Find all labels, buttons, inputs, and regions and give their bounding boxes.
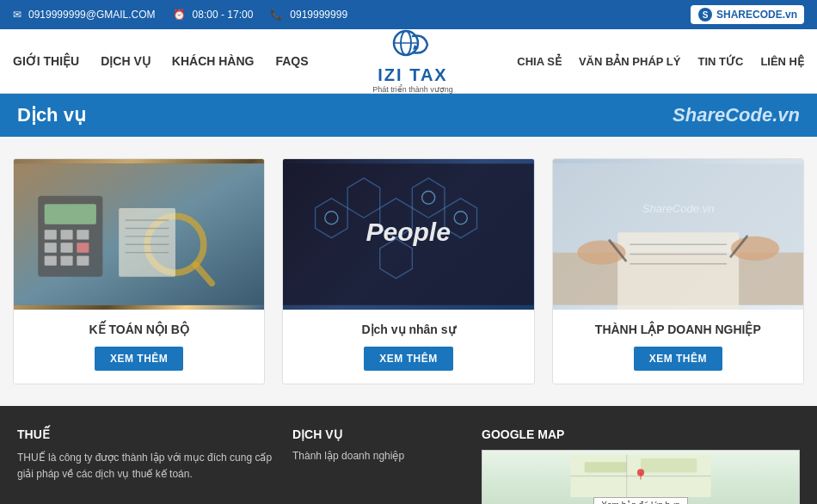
card-nhan-su: People Dịch vụ nhân sự XEM THÊM [282, 158, 534, 384]
card-thanh-lap-image-wrapper: ShareCode.vn [553, 159, 803, 310]
logo-sub: Phát triển thành vượng [372, 85, 453, 94]
cards-section: KẾ TOÁN NỘI BỘ XEM THÊM [0, 137, 817, 406]
page-header: Dịch vụ ShareCode.vn [0, 94, 817, 137]
card-nhan-su-image-wrapper: People [283, 159, 533, 310]
nav-khach-hang[interactable]: KHÁCH HÀNG [172, 54, 255, 68]
card-thanh-lap-image: ShareCode.vn [553, 159, 803, 310]
card-ke-toan-image-wrapper [14, 159, 264, 310]
phone-item: 0919999999 [270, 9, 347, 21]
card-thanh-lap-body: THÀNH LẬP DOANH NGHIỆP XEM THÊM [553, 310, 803, 384]
clock-icon [173, 9, 188, 21]
nav-lien-he[interactable]: LIÊN HỆ [760, 55, 804, 68]
google-map-container: Xem bản đồ lớn hơn [482, 450, 800, 504]
card-ke-toan-title: KẾ TOÁN NỘI BỘ [27, 323, 251, 336]
svg-rect-10 [45, 230, 57, 239]
svg-text:S: S [703, 10, 709, 20]
hours-item: 08:00 - 17:00 [173, 9, 254, 21]
nav-tin-tuc[interactable]: TIN TỨC [697, 55, 743, 68]
card-nhan-su-image: People [283, 159, 533, 310]
svg-rect-9 [45, 204, 96, 224]
svg-rect-16 [45, 255, 57, 265]
svg-rect-50 [585, 462, 627, 472]
phone-text: 0919999999 [290, 9, 347, 21]
card-nhan-su-svg: People [283, 159, 533, 310]
logo: IZI TAX Phát triển thành vượng [309, 29, 518, 94]
card-ke-toan-image [14, 159, 264, 310]
footer-services: DỊCH VỤ Thành lập doanh nghiệp [292, 427, 464, 504]
map-inner: Xem bản đồ lớn hơn [482, 451, 799, 504]
logo-icon [389, 29, 436, 65]
svg-rect-18 [77, 255, 89, 265]
card-thanh-lap-button[interactable]: XEM THÊM [634, 347, 722, 371]
svg-rect-15 [77, 243, 89, 252]
main-navigation: GIỚI THIỆU DỊCH VỤ KHÁCH HÀNG FAQS IZI T… [0, 29, 817, 94]
map-enlarge-button[interactable]: Xem bản đồ lớn hơn [593, 497, 687, 504]
nav-gioi-thieu[interactable]: GIỚI THIỆU [13, 54, 79, 68]
nav-dich-vu[interactable]: DỊCH VỤ [101, 54, 150, 68]
svg-rect-11 [61, 230, 73, 239]
sharecode-logo-icon: S [697, 7, 713, 22]
logo-text: IZI TAX [378, 65, 447, 85]
nav-right: CHIA SẺ VĂN BẢN PHÁP LÝ TIN TỨC LIÊN HỆ [517, 55, 804, 68]
card-nhan-su-title: Dịch vụ nhân sự [296, 323, 520, 336]
sharecode-badge-container: S SHARECODE.vn [691, 5, 804, 24]
cards-grid: KẾ TOÁN NỘI BỘ XEM THÊM [13, 158, 804, 384]
hours-text: 08:00 - 17:00 [193, 9, 254, 21]
footer-services-title: DỊCH VỤ [292, 427, 464, 441]
svg-rect-13 [45, 243, 57, 252]
email-icon [13, 9, 24, 21]
svg-text:People: People [366, 218, 452, 246]
phone-icon [270, 9, 286, 21]
card-thanh-lap-svg: ShareCode.vn [553, 159, 803, 310]
card-nhan-su-button[interactable]: XEM THÊM [364, 347, 452, 371]
footer-about-title: THUẾ [17, 427, 275, 441]
card-thanh-lap-title: THÀNH LẬP DOANH NGHIỆP [566, 323, 790, 336]
svg-rect-12 [77, 230, 89, 239]
card-ke-toan: KẾ TOÁN NỘI BỘ XEM THÊM [13, 158, 265, 384]
footer-service-link[interactable]: Thành lập doanh nghiệp [292, 450, 464, 462]
footer: THUẾ THUẾ là công ty được thành lập với … [0, 406, 817, 504]
nav-chia-se[interactable]: CHIA SẺ [517, 55, 562, 68]
email-text: 0919999999@GMAIL.COM [28, 9, 156, 21]
footer-map-title: GOOGLE MAP [482, 427, 800, 441]
card-thanh-lap: ShareCode.vn THÀNH LẬP DOANH NGHIỆP XEM … [552, 158, 804, 384]
svg-rect-21 [119, 208, 175, 277]
svg-text:ShareCode.vn: ShareCode.vn [642, 202, 714, 215]
sharecode-badge: S SHARECODE.vn [691, 5, 804, 24]
sharecode-text: SHARECODE.vn [716, 9, 797, 21]
page-title: Dịch vụ [17, 104, 86, 126]
card-ke-toan-button[interactable]: XEM THÊM [95, 347, 183, 371]
nav-van-ban[interactable]: VĂN BẢN PHÁP LÝ [579, 55, 681, 68]
nav-left: GIỚI THIỆU DỊCH VỤ KHÁCH HÀNG FAQS [13, 54, 309, 68]
svg-rect-17 [61, 255, 73, 265]
svg-rect-51 [641, 458, 697, 472]
card-nhan-su-body: Dịch vụ nhân sự XEM THÊM [283, 310, 533, 384]
top-bar: 0919999999@GMAIL.COM 08:00 - 17:00 09199… [0, 0, 817, 29]
svg-rect-14 [61, 243, 73, 252]
email-item: 0919999999@GMAIL.COM [13, 9, 156, 21]
map-svg [487, 455, 795, 497]
footer-about-text: THUẾ là công ty được thành lập với mục đ… [17, 450, 275, 482]
card-ke-toan-svg [14, 159, 264, 310]
footer-about: THUẾ THUẾ là công ty được thành lập với … [17, 427, 275, 504]
footer-map: GOOGLE MAP Xem bản đồ lớn hơn [482, 427, 800, 504]
nav-faqs[interactable]: FAQS [275, 54, 308, 68]
header-watermark: ShareCode.vn [673, 104, 800, 126]
card-ke-toan-body: KẾ TOÁN NỘI BỘ XEM THÊM [14, 310, 264, 384]
